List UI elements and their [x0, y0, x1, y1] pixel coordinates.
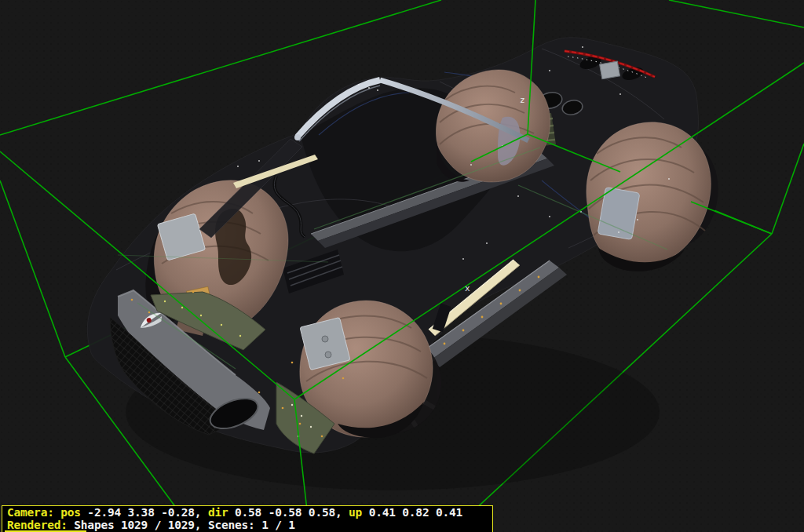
- raytracer-window: z x Camera: pos -2.94 3.38 -0.28, dir 0.…: [0, 0, 804, 532]
- camera-pos-label: Camera: pos: [7, 506, 81, 519]
- rear-gray-module: [600, 61, 620, 79]
- camera-dir-value: 0.58 -0.58 0.58,: [228, 506, 349, 519]
- camera-up-value: 0.41 0.82 0.41: [362, 506, 462, 519]
- camera-dir-label: dir: [208, 506, 228, 519]
- status-bar: Camera: pos -2.94 3.38 -0.28, dir 0.58 -…: [2, 505, 493, 532]
- rendered-label: Rendered:: [7, 519, 68, 531]
- camera-status-row: Camera: pos -2.94 3.38 -0.28, dir 0.58 -…: [7, 507, 492, 519]
- rendered-status-row: Rendered: Shapes 1029 / 1029, Scenes: 1 …: [7, 519, 492, 532]
- camera-pos-value: -2.94 3.38 -0.28,: [81, 506, 208, 519]
- rendered-counts: Shapes 1029 / 1029, Scenes: 1 / 1: [68, 519, 295, 531]
- camera-up-label: up: [349, 506, 362, 519]
- axis-label-x: x: [465, 283, 470, 293]
- render-viewport[interactable]: z x: [0, 0, 804, 532]
- axis-label-z: z: [520, 95, 525, 105]
